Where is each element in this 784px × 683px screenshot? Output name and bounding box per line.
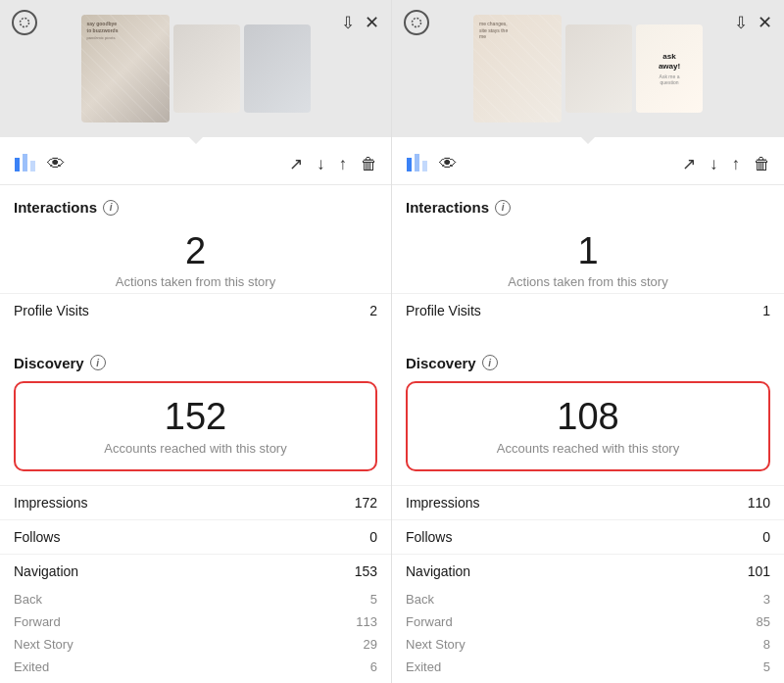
follows-label-1: Follows <box>14 529 60 545</box>
discovery-highlight-label-2: Accounts reached with this story <box>417 441 759 456</box>
save-icon-2[interactable]: ⇩ <box>734 13 748 33</box>
back-value-1: 5 <box>370 592 377 607</box>
forward-row-2: Forward 85 <box>392 610 784 633</box>
svg-rect-7 <box>422 161 427 171</box>
follows-row-2: Follows 0 <box>392 519 784 554</box>
back-label-2: Back <box>406 592 434 607</box>
discovery-title-1: Discovery <box>14 355 84 371</box>
profile-ring-icon-1 <box>12 10 37 35</box>
bar-chart-icon-2[interactable] <box>406 152 427 176</box>
close-icon-1[interactable]: ✕ <box>365 12 379 33</box>
svg-rect-1 <box>15 158 20 171</box>
profile-visits-label-1: Profile Visits <box>14 303 89 318</box>
interactions-label-1: Actions taken from this story <box>14 274 377 289</box>
back-label-1: Back <box>14 592 42 607</box>
download-icon-1[interactable]: ↓ <box>317 155 325 174</box>
follows-label-2: Follows <box>406 529 452 545</box>
eye-icon-2[interactable]: 👁 <box>439 154 457 174</box>
story-image-sm2-1 <box>244 24 311 113</box>
profile-visits-label-2: Profile Visits <box>406 303 481 318</box>
story-image-main-2: me changes,site stays theme <box>473 15 562 122</box>
interactions-label-2: Actions taken from this story <box>406 274 770 289</box>
exited-row-1: Exited 6 <box>0 656 391 678</box>
follows-value-1: 0 <box>369 529 377 545</box>
story-image-sm-2 <box>565 24 632 113</box>
interactions-title-1: Interactions <box>14 199 97 216</box>
back-value-2: 3 <box>763 592 770 607</box>
bar-chart-icon-1[interactable] <box>14 152 35 176</box>
discovery-highlight-box-1: 152 Accounts reached with this story <box>14 381 377 471</box>
svg-rect-3 <box>30 161 35 171</box>
toolbar-left-2: 👁 <box>406 152 457 176</box>
interactions-number-1: 2 <box>14 231 377 272</box>
impressions-label-2: Impressions <box>406 495 479 511</box>
navigation-row-2: Navigation 101 <box>392 554 784 588</box>
navigation-label-2: Navigation <box>406 563 470 579</box>
trend-icon-1[interactable]: ↗ <box>289 154 303 174</box>
upload-icon-2[interactable]: ↑ <box>732 155 741 174</box>
profile-ring-icon-2 <box>404 10 429 35</box>
trash-icon-2[interactable]: 🗑 <box>754 155 770 174</box>
exited-label-1: Exited <box>14 659 49 674</box>
pointer-1 <box>0 136 391 144</box>
next-story-row-2: Next Story 8 <box>392 633 784 656</box>
forward-label-1: Forward <box>14 614 61 629</box>
toolbar-right-2: ↗ ↓ ↑ 🗑 <box>682 154 770 174</box>
svg-point-4 <box>413 19 421 27</box>
discovery-info-icon-1[interactable]: i <box>90 355 106 370</box>
preview-top-icons-1: ⇩ ✕ <box>12 10 379 35</box>
app-container: ⇩ ✕ say goodbyeto buzzwords pandemic piv… <box>0 0 784 683</box>
interactions-main-stat-1: 2 Actions taken from this story <box>0 221 391 293</box>
discovery-header-1: Discovery i <box>0 341 391 371</box>
exited-row-2: Exited 5 <box>392 656 784 678</box>
story-image-sm-1 <box>173 24 240 113</box>
forward-row-1: Forward 113 <box>0 610 391 633</box>
discovery-highlight-wrapper-2: 108 Accounts reached with this story <box>392 371 784 485</box>
svg-rect-2 <box>23 154 27 171</box>
story-image-ask-2: askaway! Ask me aquestion <box>636 24 703 113</box>
impressions-value-1: 172 <box>355 495 377 511</box>
interactions-info-icon-1[interactable]: i <box>103 200 119 216</box>
story-preview-2: ⇩ ✕ me changes,site stays theme askaway!… <box>392 0 784 137</box>
forward-label-2: Forward <box>406 614 453 629</box>
next-story-label-2: Next Story <box>406 637 466 652</box>
svg-rect-6 <box>415 154 419 171</box>
interactions-info-icon-2[interactable]: i <box>495 200 511 216</box>
interactions-number-2: 1 <box>406 231 770 272</box>
toolbar-2: 👁 ↗ ↓ ↑ 🗑 <box>392 144 784 185</box>
discovery-highlight-number-2: 108 <box>417 397 759 438</box>
trash-icon-1[interactable]: 🗑 <box>361 155 377 174</box>
upload-icon-1[interactable]: ↑ <box>339 155 348 174</box>
download-icon-2[interactable]: ↓ <box>710 155 718 174</box>
next-story-value-1: 29 <box>364 637 377 652</box>
toolbar-1: 👁 ↗ ↓ ↑ 🗑 <box>0 144 391 185</box>
toolbar-left-1: 👁 <box>14 152 65 176</box>
eye-icon-1[interactable]: 👁 <box>47 154 65 174</box>
interactions-header-2: Interactions i <box>392 185 784 221</box>
impressions-row-2: Impressions 110 <box>392 485 784 519</box>
story-image-main-1: say goodbyeto buzzwords pandemic pivots <box>81 15 170 122</box>
svg-point-0 <box>21 19 29 27</box>
pointer-2 <box>392 136 784 144</box>
discovery-highlight-wrapper-1: 152 Accounts reached with this story <box>0 371 391 485</box>
preview-top-icons-2: ⇩ ✕ <box>404 10 772 35</box>
trend-icon-2[interactable]: ↗ <box>682 154 696 174</box>
svg-rect-5 <box>407 158 412 171</box>
preview-action-icons-2: ⇩ ✕ <box>734 12 772 33</box>
interactions-main-stat-2: 1 Actions taken from this story <box>392 221 784 293</box>
interactions-header-1: Interactions i <box>0 185 391 221</box>
profile-visits-value-1: 2 <box>369 303 377 318</box>
next-story-value-2: 8 <box>763 637 770 652</box>
discovery-info-icon-2[interactable]: i <box>482 355 498 370</box>
save-icon-1[interactable]: ⇩ <box>341 13 355 33</box>
impressions-label-1: Impressions <box>14 495 87 511</box>
exited-value-2: 5 <box>763 659 770 674</box>
discovery-highlight-number-1: 152 <box>25 397 366 438</box>
discovery-header-2: Discovery i <box>392 341 784 371</box>
exited-value-1: 6 <box>370 659 377 674</box>
back-row-1: Back 5 <box>0 588 391 610</box>
stats-area-1: Interactions i 2 Actions taken from this… <box>0 185 391 683</box>
navigation-value-2: 101 <box>748 563 770 579</box>
forward-value-2: 85 <box>757 614 770 629</box>
close-icon-2[interactable]: ✕ <box>758 12 772 33</box>
